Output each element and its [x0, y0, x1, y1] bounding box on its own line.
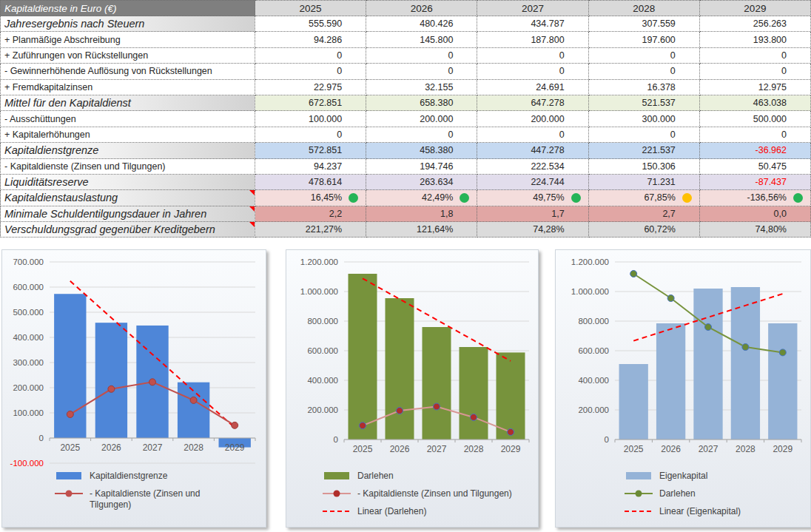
value-cell[interactable]: 256.263 [700, 16, 811, 32]
chart-darlehen[interactable]: 1.200.0001.000.000800.000600.000400.0002… [286, 249, 539, 528]
value-cell[interactable]: 2,7 [589, 206, 700, 222]
row-label-cell[interactable]: - Ausschüttungen [0, 111, 255, 127]
value-cell[interactable]: 672.851 [255, 95, 366, 111]
value-cell[interactable]: 16,45% [255, 190, 366, 206]
value-cell[interactable]: 60,72% [589, 222, 700, 238]
row-label-cell[interactable]: - Gewinnerhöhende Auflösung von Rückstel… [0, 64, 255, 79]
value-cell[interactable]: 94.237 [255, 159, 366, 175]
value-cell[interactable]: 478.614 [255, 175, 366, 190]
value-cell[interactable]: 32.155 [366, 80, 477, 95]
value-cell[interactable]: 94.286 [255, 32, 366, 47]
value-cell[interactable]: 224.744 [477, 175, 588, 190]
value-cell[interactable]: 0 [366, 127, 477, 143]
value-cell[interactable]: 121,64% [366, 222, 477, 238]
value-cell[interactable]: 458.380 [366, 143, 477, 158]
value-cell[interactable]: -36.962 [700, 143, 811, 158]
chart-kapitaldienstgrenze[interactable]: 700.000600.000500.000400.000300.000200.0… [1, 249, 266, 528]
year-header-2026[interactable]: 2026 [366, 0, 477, 16]
value-cell[interactable]: 0 [477, 127, 588, 143]
comment-indicator-icon[interactable] [249, 222, 255, 227]
value-cell[interactable]: 0 [589, 127, 700, 143]
value-cell[interactable]: 572.851 [255, 143, 366, 158]
value-cell[interactable]: 0 [255, 64, 366, 79]
value-cell[interactable]: 521.537 [589, 95, 700, 111]
value-cell[interactable]: 1,7 [477, 206, 588, 222]
value-cell[interactable]: 100.000 [255, 111, 366, 127]
value-cell[interactable]: 222.534 [477, 159, 588, 175]
value-cell[interactable]: 434.787 [477, 16, 588, 32]
row-label: + Kapitalerhöhungen [4, 129, 90, 140]
value-cell[interactable]: 194.746 [366, 159, 477, 175]
row-label-cell[interactable]: + Fremdkapitalzinsen [0, 80, 255, 95]
row-label-cell[interactable]: Mittel für den Kapitaldienst [0, 95, 255, 111]
value-cell[interactable]: 0 [477, 48, 588, 64]
value-cell[interactable]: 145.800 [366, 32, 477, 47]
legend-item: Darlehen [322, 471, 529, 482]
y-axis-tick-label: 600.000 [578, 346, 609, 355]
year-header-2025[interactable]: 2025 [255, 0, 366, 16]
value-cell[interactable]: 0 [255, 48, 366, 64]
value-cell[interactable]: 463.038 [700, 95, 811, 111]
value-cell[interactable]: 300.000 [589, 111, 700, 127]
value-cell[interactable]: 197.600 [589, 32, 700, 47]
value-cell[interactable]: 658.380 [366, 95, 477, 111]
value-cell[interactable]: 263.634 [366, 175, 477, 190]
value-cell[interactable]: 71.231 [589, 175, 700, 190]
row-label-cell[interactable]: Kapitaldienstauslastung [0, 190, 255, 206]
row-label-cell[interactable]: Kapitaldienstgrenze [0, 143, 255, 158]
value-cell[interactable]: 0 [700, 64, 811, 79]
value-cell[interactable]: 307.559 [589, 16, 700, 32]
value-cell[interactable]: 49,75% [477, 190, 588, 206]
row-label-cell[interactable]: + Kapitalerhöhungen [0, 127, 255, 143]
value-cell[interactable]: 42,49% [366, 190, 477, 206]
value-cell[interactable]: 200.000 [477, 111, 588, 127]
value-cell[interactable]: 12.975 [700, 80, 811, 95]
value-cell[interactable]: 74,80% [700, 222, 811, 238]
value-cell[interactable]: 221.537 [589, 143, 700, 158]
value-cell[interactable]: 187.800 [477, 32, 588, 47]
row-label-cell[interactable]: - Kapitaldienste (Zinsen und Tilgungen) [0, 159, 255, 175]
value-cell[interactable]: 647.278 [477, 95, 588, 111]
value-cell[interactable]: 22.975 [255, 80, 366, 95]
chart-eigenkapital[interactable]: 1.200.0001.000.000800.000600.000400.0002… [555, 249, 811, 528]
comment-indicator-icon[interactable] [249, 190, 255, 195]
cell-value: 100.000 [309, 114, 342, 124]
value-cell[interactable]: 24.691 [477, 80, 588, 95]
value-cell[interactable]: 0 [589, 64, 700, 79]
value-cell[interactable]: 0 [700, 127, 811, 143]
row-label-cell[interactable]: + Zuführungen von Rückstellungen [0, 48, 255, 64]
value-cell[interactable]: 1,8 [366, 206, 477, 222]
comment-indicator-icon[interactable] [249, 206, 255, 212]
value-cell[interactable]: 0 [477, 64, 588, 79]
value-cell[interactable]: 193.800 [700, 32, 811, 47]
value-cell[interactable]: 0,0 [700, 206, 811, 222]
value-cell[interactable]: 0 [700, 48, 811, 64]
value-cell[interactable]: 16.378 [589, 80, 700, 95]
row-label-cell[interactable]: Liquiditätsreserve [0, 175, 255, 190]
value-cell[interactable]: 150.306 [589, 159, 700, 175]
value-cell[interactable]: -87.437 [700, 175, 811, 190]
value-cell[interactable]: 447.278 [477, 143, 588, 158]
value-cell[interactable]: 200.000 [366, 111, 477, 127]
value-cell[interactable]: 555.590 [255, 16, 366, 32]
value-cell[interactable]: 50.475 [700, 159, 811, 175]
value-cell[interactable]: 0 [255, 127, 366, 143]
year-header-2029[interactable]: 2029 [700, 0, 811, 16]
value-cell[interactable]: 0 [366, 64, 477, 79]
year-header-2027[interactable]: 2027 [477, 0, 588, 16]
table-title-cell[interactable]: Kapitaldienste in Euro (€) [0, 0, 255, 16]
value-cell[interactable]: 500.000 [700, 111, 811, 127]
value-cell[interactable]: 221,27% [255, 222, 366, 238]
value-cell[interactable]: 67,85% [589, 190, 700, 206]
row-label-cell[interactable]: Jahresergebnis nach Steuern [0, 16, 255, 32]
value-cell[interactable]: 480.426 [366, 16, 477, 32]
value-cell[interactable]: -136,56% [700, 190, 811, 206]
value-cell[interactable]: 74,28% [477, 222, 588, 238]
row-label-cell[interactable]: Verschuldungsgrad gegenüber Kreditgebern [0, 222, 255, 238]
value-cell[interactable]: 0 [589, 48, 700, 64]
value-cell[interactable]: 0 [366, 48, 477, 64]
row-label-cell[interactable]: + Planmäßige Abschreibung [0, 32, 255, 47]
value-cell[interactable]: 2,2 [255, 206, 366, 222]
year-header-2028[interactable]: 2028 [589, 0, 700, 16]
row-label-cell[interactable]: Minimale Schuldentilgungsdauer in Jahren [0, 206, 255, 222]
